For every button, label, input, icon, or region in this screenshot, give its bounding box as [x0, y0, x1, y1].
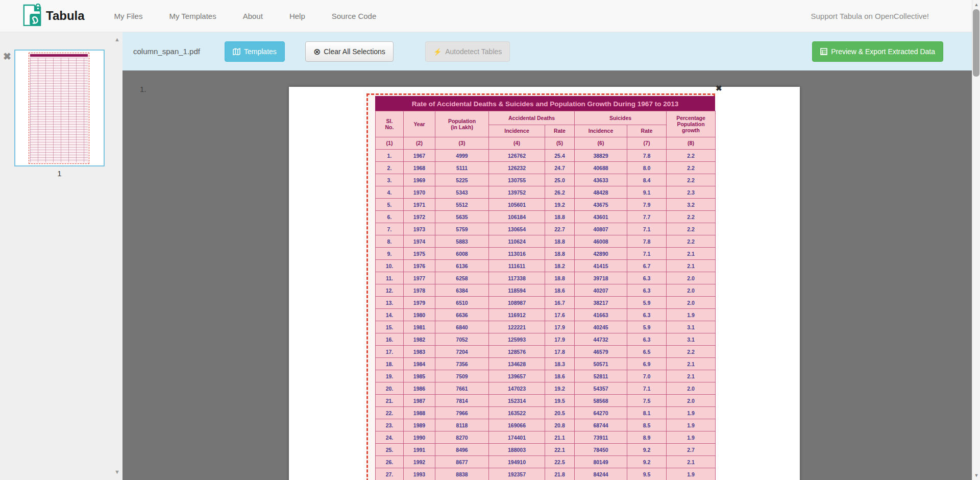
table-cell: 58568	[575, 395, 627, 407]
table-cell: 7356	[435, 358, 489, 370]
nav-item-my-templates[interactable]: My Templates	[156, 12, 229, 20]
table-cell: 1980	[404, 309, 435, 321]
table-cell: 19.2	[545, 382, 575, 395]
table-row: 27.1993883819235721.8842449.51.9	[376, 468, 716, 480]
table-cell: 4999	[435, 150, 489, 162]
table-cell: 117338	[489, 272, 545, 284]
export-table-icon	[820, 48, 827, 55]
col-group-accidental-deaths: Accidental Deaths	[489, 111, 575, 125]
table-cell: 8118	[435, 419, 489, 431]
table-cell: 6.5	[627, 346, 667, 358]
table-body: 1.1967499912676225.4388297.82.22.1968511…	[376, 150, 716, 480]
scrollbar-thumb[interactable]	[973, 9, 979, 77]
table-row: 16.1982705212599317.9447326.33.1	[376, 333, 716, 346]
table-cell: 6.3	[627, 272, 667, 284]
table-cell: 14.	[376, 309, 404, 321]
table-cell: 6.7	[627, 260, 667, 272]
scrollbar-down-icon[interactable]: ▼	[972, 473, 980, 478]
table-cell: 122221	[489, 321, 545, 333]
sidebar-scroll-up-icon[interactable]: ▲	[114, 36, 120, 42]
nav-item-source-code[interactable]: Source Code	[318, 12, 390, 20]
table-cell: 6.9	[627, 358, 667, 370]
table-row: 15.1981684012222117.9402455.93.1	[376, 321, 716, 333]
brand-title[interactable]: Tabula	[46, 9, 85, 23]
sidebar-scroll-down-icon[interactable]: ▼	[114, 469, 120, 475]
col-header-ad-incidence: Incidence	[489, 125, 545, 137]
table-cell: 5.9	[627, 297, 667, 309]
table-cell: 2.2	[667, 162, 716, 174]
table-cell: 1990	[404, 431, 435, 444]
thumbnail-selection-preview	[29, 53, 89, 164]
table-cell: 40245	[575, 321, 627, 333]
table-cell: 6636	[435, 309, 489, 321]
table-row: 18.1984735613462818.3505716.92.1	[376, 358, 716, 370]
table-cell: 6.3	[627, 309, 667, 321]
templates-button[interactable]: Templates	[225, 41, 285, 62]
table-cell: 3.	[376, 174, 404, 186]
table-row: 19.1985750913965718.6528117.02.1	[376, 370, 716, 382]
table-cell: 1991	[404, 444, 435, 456]
table-cell: 18.8	[545, 272, 575, 284]
col-number: (5)	[545, 137, 575, 150]
table-cell: 24.	[376, 431, 404, 444]
table-cell: 17.9	[545, 333, 575, 346]
pdf-page-1[interactable]: Rate of Accidental Deaths & Suicides and…	[289, 87, 800, 480]
table-cell: 1976	[404, 260, 435, 272]
table-cell: 9.2	[627, 444, 667, 456]
table-cell: 8.1	[627, 407, 667, 419]
table-cell: 7052	[435, 333, 489, 346]
col-number: (4)	[489, 137, 545, 150]
col-header-sl-no: Sl. No.	[376, 111, 404, 137]
table-cell: 64270	[575, 407, 627, 419]
templates-button-label: Templates	[244, 47, 277, 56]
table-cell: 38829	[575, 150, 627, 162]
lightning-icon: ⚡	[433, 48, 442, 56]
table-cell: 22.7	[545, 223, 575, 235]
table-row: 26.1992867719491022.5801499.22.1	[376, 456, 716, 468]
page-thumbnail-sidebar: ✖ 1 ▲ ▼	[0, 32, 122, 480]
table-row: 24.1990827017440121.1739118.91.9	[376, 431, 716, 444]
table-cell: 110624	[489, 235, 545, 248]
table-cell: 12.	[376, 284, 404, 297]
table-cell: 8.4	[627, 174, 667, 186]
table-cell: 8.0	[627, 162, 667, 174]
table-cell: 46008	[575, 235, 627, 248]
table-row: 14.1980663611691217.6416636.31.9	[376, 309, 716, 321]
table-cell: 194910	[489, 456, 545, 468]
tabula-logo-link[interactable]: Tabula	[22, 4, 85, 28]
table-row: 8.1974588311062418.8460087.82.2	[376, 235, 716, 248]
scrollbar-up-icon[interactable]: ▲	[972, 2, 980, 7]
table-cell: 10.	[376, 260, 404, 272]
table-cell: 22.5	[545, 456, 575, 468]
table-cell: 7204	[435, 346, 489, 358]
table-cell: 1987	[404, 395, 435, 407]
table-cell: 40807	[575, 223, 627, 235]
table-cell: 2.0	[667, 382, 716, 395]
table-cell: 18.6	[545, 284, 575, 297]
table-cell: 8496	[435, 444, 489, 456]
page-1-thumbnail[interactable]	[14, 50, 105, 166]
preview-export-button[interactable]: Preview & Export Extracted Data	[812, 41, 943, 62]
nav-item-my-files[interactable]: My Files	[101, 12, 156, 20]
table-cell: 1989	[404, 419, 435, 431]
clear-all-selections-button[interactable]: ⊗ Clear All Selections	[305, 41, 394, 62]
table-cell: 8838	[435, 468, 489, 480]
table-cell: 1986	[404, 382, 435, 395]
remove-page-icon[interactable]: ✖	[3, 51, 11, 62]
col-header-su-rate: Rate	[627, 125, 667, 137]
support-link[interactable]: Support Tabula on OpenCollective!	[811, 0, 929, 32]
table-cell: 1983	[404, 346, 435, 358]
window-scrollbar[interactable]: ▲ ▼	[972, 0, 980, 480]
table-cell: 7.	[376, 223, 404, 235]
autodetect-tables-button[interactable]: ⚡ Autodetect Tables	[425, 41, 510, 62]
nav-item-help[interactable]: Help	[276, 12, 318, 20]
table-cell: 147023	[489, 382, 545, 395]
table-cell: 15.	[376, 321, 404, 333]
nav-item-about[interactable]: About	[230, 12, 276, 20]
table-cell: 5.	[376, 199, 404, 211]
selection-close-icon[interactable]: ✖	[716, 84, 722, 93]
table-cell: 43675	[575, 199, 627, 211]
table-cell: 5.9	[627, 321, 667, 333]
table-row: 9.1975600811301618.8428907.12.1	[376, 248, 716, 260]
table-cell: 17.	[376, 346, 404, 358]
